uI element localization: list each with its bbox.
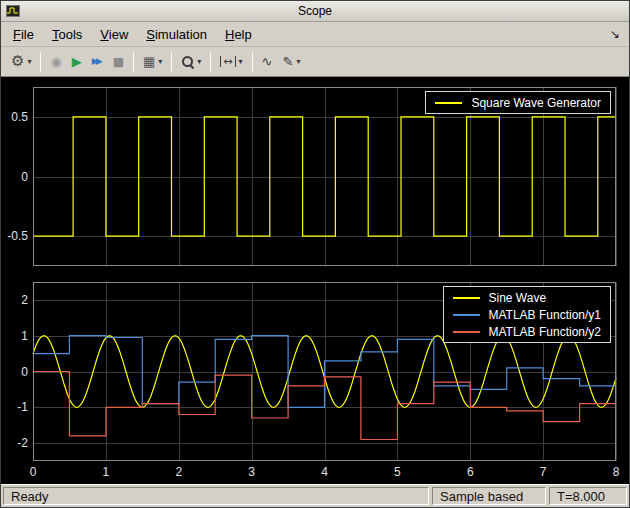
dock-arrow-icon[interactable]: ↘ (604, 27, 626, 41)
step-forward-button[interactable]: ▶▶ (87, 50, 108, 74)
legend-label: MATLAB Function/y1 (489, 308, 602, 322)
stop-icon: ■ (113, 56, 124, 68)
step-back-icon: ◉ (50, 55, 61, 68)
bottom-plot-area[interactable]: -2-1012012345678Sine WaveMATLAB Function… (3, 274, 627, 482)
measurements-pen-icon: ✎ (282, 55, 293, 68)
dropdown-arrow-icon: ▾ (296, 57, 300, 66)
dropdown-arrow-icon: ▾ (158, 57, 162, 66)
run-button[interactable]: ▶ (67, 50, 87, 74)
titlebar[interactable]: Scope (1, 1, 629, 22)
legend-line-swatch (453, 297, 480, 299)
settings-button[interactable]: ⚙ ▾ (6, 50, 36, 74)
menu-simulation[interactable]: Simulation (137, 24, 216, 45)
status-message: Ready (3, 487, 429, 505)
svg-text:6: 6 (467, 465, 474, 479)
zoom-button[interactable]: ▾ (176, 50, 206, 74)
menu-tools[interactable]: Tools (43, 24, 91, 45)
menubar: File Tools View Simulation Help ↘ (1, 22, 629, 47)
simulation-time-indicator: T=8.000 (549, 487, 627, 505)
legend-entry: Square Wave Generator (435, 95, 601, 110)
svg-text:1: 1 (103, 465, 110, 479)
run-icon: ▶ (72, 55, 82, 68)
legend-line-swatch (453, 314, 480, 316)
toolbar: ⚙ ▾ ◉ ▶ ▶▶ ■ ▦ ▾ ▾ ↔ ▾ (1, 47, 629, 77)
legend-entry: Sine Wave (453, 290, 602, 305)
stop-button[interactable]: ■ (108, 50, 129, 74)
scope-app-icon (6, 5, 20, 17)
svg-text:8: 8 (613, 465, 620, 479)
stepping-options-icon: ▦ (143, 55, 155, 68)
svg-text:-2: -2 (17, 436, 28, 450)
step-forward-icon: ▶▶ (92, 57, 103, 66)
toolbar-separator (210, 52, 211, 72)
legend-line-swatch (435, 102, 462, 104)
svg-text:0: 0 (21, 170, 28, 184)
toolbar-separator (133, 52, 134, 72)
svg-text:4: 4 (321, 465, 328, 479)
menu-view[interactable]: View (91, 24, 137, 45)
sample-mode-indicator: Sample based (432, 487, 546, 505)
gear-icon: ⚙ (11, 54, 24, 69)
svg-text:0: 0 (21, 365, 28, 379)
legend-label: Sine Wave (489, 291, 547, 305)
trigger-waveform-icon: ∿ (262, 55, 273, 68)
top-plot-area[interactable]: -0.500.5Square Wave Generator (3, 79, 627, 271)
toolbar-separator (40, 52, 41, 72)
scope-window: Scope File Tools View Simulation Help ↘ … (0, 0, 630, 508)
legend-entry: MATLAB Function/y2 (453, 324, 602, 339)
magnifier-icon (181, 55, 194, 68)
svg-text:0: 0 (30, 465, 37, 479)
svg-text:2: 2 (175, 465, 182, 479)
measurements-button[interactable]: ✎ ▾ (277, 50, 305, 74)
autoscale-button[interactable]: ↔ ▾ (215, 50, 247, 74)
legend: Square Wave Generator (425, 91, 611, 114)
svg-text:3: 3 (248, 465, 255, 479)
window-title: Scope (1, 4, 629, 18)
svg-text:-1: -1 (17, 400, 28, 414)
svg-text:-0.5: -0.5 (7, 229, 28, 243)
svg-text:1: 1 (21, 329, 28, 343)
autoscale-span-icon: ↔ (220, 56, 235, 67)
dropdown-arrow-icon: ▾ (197, 57, 201, 66)
legend-line-swatch (453, 331, 480, 333)
svg-text:7: 7 (540, 465, 547, 479)
stepping-options-button[interactable]: ▦ ▾ (138, 50, 167, 74)
svg-text:5: 5 (394, 465, 401, 479)
toolbar-separator (171, 52, 172, 72)
step-back-button[interactable]: ◉ (45, 50, 66, 74)
svg-text:0.5: 0.5 (11, 110, 28, 124)
toolbar-separator (252, 52, 253, 72)
menu-help[interactable]: Help (216, 24, 261, 45)
legend-label: Square Wave Generator (471, 96, 601, 110)
svg-text:2: 2 (21, 293, 28, 307)
legend: Sine WaveMATLAB Function/y1MATLAB Functi… (443, 286, 612, 343)
dropdown-arrow-icon: ▾ (27, 57, 31, 66)
legend-label: MATLAB Function/y2 (489, 325, 602, 339)
scope-canvas: -0.500.5Square Wave Generator -2-1012012… (1, 77, 629, 484)
menu-file[interactable]: File (4, 24, 43, 45)
statusbar: Ready Sample based T=8.000 (1, 484, 629, 507)
triggers-button[interactable]: ∿ (257, 50, 278, 74)
legend-entry: MATLAB Function/y1 (453, 307, 602, 322)
dropdown-arrow-icon: ▾ (239, 57, 243, 66)
